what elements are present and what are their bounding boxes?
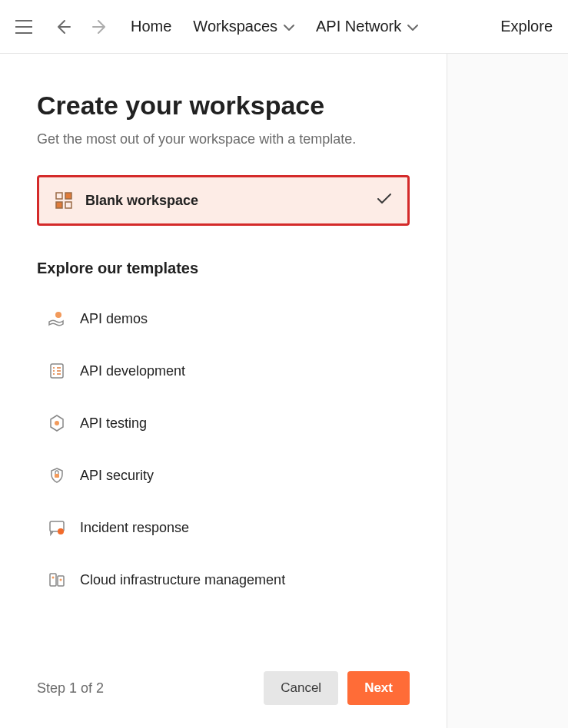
template-label: API demos bbox=[80, 311, 148, 327]
workspace-create-panel: Create your workspace Get the most out o… bbox=[0, 54, 447, 728]
template-label: API testing bbox=[80, 415, 147, 432]
nav-api-network-label: API Network bbox=[316, 18, 401, 35]
page-subtitle: Get the most out of your workspace with … bbox=[37, 131, 410, 147]
cancel-button[interactable]: Cancel bbox=[264, 671, 338, 705]
svg-point-13 bbox=[60, 579, 62, 581]
nav-workspaces[interactable]: Workspaces bbox=[193, 18, 294, 35]
footer-buttons: Cancel Next bbox=[264, 671, 410, 705]
step-indicator: Step 1 of 2 bbox=[37, 680, 104, 697]
gear-hex-icon bbox=[48, 414, 66, 432]
template-item-incident-response[interactable]: Incident response bbox=[37, 508, 410, 548]
template-item-api-testing[interactable]: API testing bbox=[37, 403, 410, 443]
nav-workspaces-label: Workspaces bbox=[193, 18, 277, 35]
footer: Step 1 of 2 Cancel Next bbox=[37, 640, 410, 705]
template-label: API development bbox=[80, 363, 185, 379]
forward-arrow-icon[interactable] bbox=[92, 18, 109, 35]
checklist-icon bbox=[48, 362, 66, 380]
svg-point-12 bbox=[52, 577, 55, 579]
page-title: Create your workspace bbox=[37, 91, 410, 121]
svg-rect-2 bbox=[56, 202, 62, 208]
nav-home[interactable]: Home bbox=[131, 18, 171, 35]
right-pane bbox=[447, 54, 568, 728]
template-item-api-demos[interactable]: API demos bbox=[37, 299, 410, 339]
chat-alert-icon bbox=[48, 518, 66, 537]
shield-lock-icon bbox=[48, 466, 66, 485]
next-button[interactable]: Next bbox=[347, 671, 410, 705]
hand-coin-icon bbox=[48, 309, 66, 328]
template-item-api-security[interactable]: API security bbox=[37, 455, 410, 495]
svg-point-4 bbox=[55, 312, 61, 318]
template-item-cloud-infra[interactable]: Cloud infrastructure management bbox=[37, 560, 410, 600]
blank-workspace-card[interactable]: Blank workspace bbox=[37, 175, 410, 226]
svg-rect-3 bbox=[65, 202, 71, 208]
template-label: API security bbox=[80, 468, 154, 484]
svg-point-6 bbox=[55, 421, 59, 425]
nav-home-label: Home bbox=[131, 18, 171, 35]
back-arrow-icon[interactable] bbox=[54, 18, 71, 35]
svg-rect-10 bbox=[50, 574, 56, 586]
svg-rect-0 bbox=[56, 193, 62, 199]
template-label: Cloud infrastructure management bbox=[80, 572, 285, 588]
svg-rect-7 bbox=[55, 474, 59, 478]
topbar: Home Workspaces API Network Explore bbox=[0, 0, 568, 54]
server-stack-icon bbox=[48, 571, 66, 589]
template-item-api-development[interactable]: API development bbox=[37, 351, 410, 391]
main-content: Create your workspace Get the most out o… bbox=[0, 54, 568, 728]
check-icon bbox=[377, 193, 392, 208]
nav-api-network[interactable]: API Network bbox=[316, 18, 418, 35]
template-list: API demos API development bbox=[37, 299, 410, 600]
chevron-down-icon bbox=[407, 18, 418, 35]
template-label: Incident response bbox=[80, 520, 189, 536]
nav-explore-label: Explore bbox=[500, 18, 553, 35]
grid-icon bbox=[55, 191, 73, 210]
svg-rect-1 bbox=[65, 193, 71, 199]
chevron-down-icon bbox=[284, 18, 294, 35]
templates-section-title: Explore our templates bbox=[37, 260, 410, 277]
hamburger-icon[interactable] bbox=[15, 20, 32, 34]
svg-point-9 bbox=[58, 528, 64, 534]
blank-workspace-label: Blank workspace bbox=[85, 193, 364, 209]
nav-explore[interactable]: Explore bbox=[500, 18, 553, 35]
